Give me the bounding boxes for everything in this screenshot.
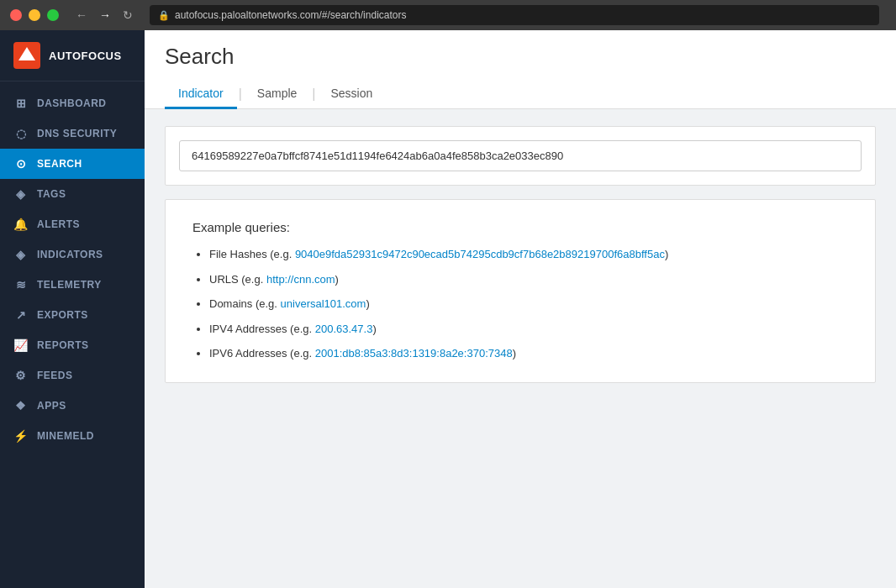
- page-title: Search: [165, 44, 876, 70]
- sidebar-item-label: FEEDS: [37, 370, 73, 381]
- sidebar: AUTOFOCUS ⊞ DASHBOARD ◌ DNS SECURITY ⊙ S…: [0, 30, 145, 588]
- minemeld-icon: ⚡: [13, 429, 29, 443]
- browser-chrome: ← → ↻ 🔒 autofocus.paloaltonetworks.com/#…: [0, 0, 896, 30]
- dns-security-icon: ◌: [13, 127, 29, 140]
- page-header: Search Indicator | Sample | Session: [145, 30, 896, 109]
- sidebar-item-feeds[interactable]: ⚙ FEEDS: [0, 360, 145, 391]
- example-suffix: ): [372, 323, 376, 335]
- sidebar-item-label: SEARCH: [37, 158, 82, 170]
- browser-min-btn[interactable]: [29, 9, 40, 21]
- dashboard-icon: ⊞: [13, 97, 29, 110]
- logo-text: AUTOFOCUS: [49, 50, 122, 62]
- sidebar-item-label: REPORTS: [37, 339, 89, 351]
- sidebar-item-indicators[interactable]: ◈ INDICATORS: [0, 239, 145, 270]
- sidebar-item-label: EXPORTS: [37, 309, 88, 321]
- example-suffix: ): [366, 297, 369, 310]
- sidebar-item-dns-security[interactable]: ◌ DNS SECURITY: [0, 118, 145, 149]
- examples-list: File Hashes (e.g. 9040e9fda52931c9472c90…: [192, 246, 848, 362]
- example-suffix: ): [513, 347, 516, 360]
- browser-max-btn[interactable]: [47, 9, 59, 21]
- sidebar-item-label: DNS SECURITY: [37, 128, 117, 139]
- example-prefix: URLS (e.g.: [209, 273, 266, 286]
- lock-icon: 🔒: [158, 10, 170, 21]
- sidebar-item-apps[interactable]: ❖ APPS: [0, 391, 145, 421]
- list-item: IPV6 Addresses (e.g. 2001:db8:85a3:8d3:1…: [209, 345, 848, 362]
- sidebar-item-exports[interactable]: ↗ EXPORTS: [0, 300, 145, 330]
- url-link[interactable]: http://cnn.com: [266, 273, 335, 286]
- example-prefix: Domains (e.g.: [209, 297, 281, 310]
- app-wrapper: AUTOFOCUS ⊞ DASHBOARD ◌ DNS SECURITY ⊙ S…: [0, 30, 896, 588]
- back-arrow[interactable]: ←: [72, 7, 91, 24]
- file-hash-link[interactable]: 9040e9fda52931c9472c90ecad5b74295cdb9cf7…: [295, 248, 665, 260]
- tab-session[interactable]: Session: [317, 80, 386, 109]
- exports-icon: ↗: [13, 308, 29, 322]
- address-bar[interactable]: 🔒 autofocus.paloaltonetworks.com/#/searc…: [150, 5, 879, 25]
- list-item: URLS (e.g. http://cnn.com): [209, 271, 848, 288]
- sidebar-item-reports[interactable]: 📈 REPORTS: [0, 330, 145, 360]
- sidebar-item-label: TELEMETRY: [37, 279, 102, 291]
- sidebar-item-label: APPS: [37, 400, 66, 412]
- sidebar-nav: ⊞ DASHBOARD ◌ DNS SECURITY ⊙ SEARCH ◈ TA…: [0, 81, 145, 588]
- browser-nav: ← → ↻: [72, 7, 136, 24]
- telemetry-icon: ≋: [13, 278, 29, 291]
- forward-arrow[interactable]: →: [96, 7, 114, 24]
- feeds-icon: ⚙: [13, 369, 29, 382]
- examples-card: Example queries: File Hashes (e.g. 9040e…: [165, 199, 876, 383]
- example-suffix: ): [665, 248, 668, 260]
- main-content: Search Indicator | Sample | Session Exam…: [145, 30, 896, 588]
- ipv6-link[interactable]: 2001:db8:85a3:8d3:1319:8a2e:370:7348: [315, 347, 513, 360]
- reports-icon: 📈: [13, 339, 29, 352]
- example-suffix: ): [335, 273, 339, 286]
- sidebar-item-label: INDICATORS: [37, 249, 103, 260]
- search-icon: ⊙: [13, 157, 29, 171]
- sidebar-item-tags[interactable]: ◈ TAGS: [0, 179, 145, 209]
- sidebar-item-dashboard[interactable]: ⊞ DASHBOARD: [0, 88, 145, 118]
- content-area: Example queries: File Hashes (e.g. 9040e…: [145, 109, 896, 588]
- sidebar-item-label: ALERTS: [37, 218, 80, 230]
- search-card: [165, 126, 876, 186]
- tab-sep-1: |: [239, 87, 242, 102]
- sidebar-item-label: TAGS: [37, 188, 66, 200]
- examples-title: Example queries:: [192, 220, 848, 234]
- ipv4-link[interactable]: 200.63.47.3: [315, 323, 373, 335]
- tabs: Indicator | Sample | Session: [165, 80, 876, 108]
- domain-link[interactable]: universal101.com: [281, 297, 366, 310]
- list-item: IPV4 Addresses (e.g. 200.63.47.3): [209, 321, 848, 338]
- apps-icon: ❖: [13, 399, 29, 412]
- example-prefix: IPV6 Addresses (e.g.: [209, 347, 315, 360]
- sidebar-item-search[interactable]: ⊙ SEARCH: [0, 149, 145, 179]
- sidebar-logo: AUTOFOCUS: [0, 30, 145, 81]
- sidebar-item-label: MINEMELD: [37, 430, 94, 442]
- example-prefix: IPV4 Addresses (e.g.: [209, 323, 315, 335]
- refresh-btn[interactable]: ↻: [119, 7, 136, 24]
- sidebar-item-minemeld[interactable]: ⚡ MINEMELD: [0, 421, 145, 451]
- tab-sample[interactable]: Sample: [244, 80, 310, 109]
- address-text: autofocus.paloaltonetworks.com/#/search/…: [175, 9, 406, 21]
- sidebar-item-label: DASHBOARD: [37, 97, 107, 109]
- sidebar-item-alerts[interactable]: 🔔 ALERTS: [0, 209, 145, 239]
- logo-icon: [13, 42, 40, 69]
- indicators-icon: ◈: [13, 248, 29, 261]
- list-item: Domains (e.g. universal101.com): [209, 296, 848, 312]
- tab-indicator[interactable]: Indicator: [165, 80, 237, 109]
- list-item: File Hashes (e.g. 9040e9fda52931c9472c90…: [209, 246, 848, 263]
- tags-icon: ◈: [13, 187, 29, 201]
- alerts-icon: 🔔: [13, 218, 29, 231]
- example-prefix: File Hashes (e.g.: [209, 248, 295, 260]
- sidebar-item-telemetry[interactable]: ≋ TELEMETRY: [0, 270, 145, 300]
- tab-sep-2: |: [312, 87, 315, 102]
- search-input[interactable]: [179, 140, 862, 171]
- browser-close-btn[interactable]: [10, 9, 22, 21]
